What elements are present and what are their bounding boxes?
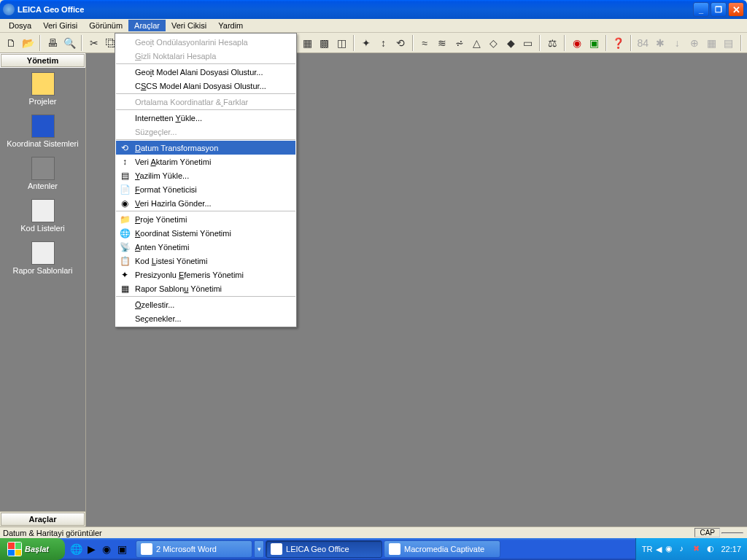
tool-icon[interactable]: ≋: [434, 35, 450, 51]
tool-icon[interactable]: △: [468, 35, 484, 51]
menu-item-icon: ⟲: [119, 142, 131, 154]
sidebar-header[interactable]: Yönetim: [1, 54, 85, 67]
menu-görünüm[interactable]: Görünüm: [83, 20, 128, 31]
tool-icon[interactable]: ✱: [652, 35, 668, 51]
sidebar-item-2[interactable]: Antenler: [0, 157, 85, 190]
tool-icon[interactable]: ▩: [317, 35, 333, 51]
media-icon[interactable]: ▶: [85, 542, 98, 556]
ie-icon[interactable]: 🌐: [69, 542, 82, 556]
tool-icon[interactable]: ⩫: [452, 35, 468, 51]
menu-item: Geoit Ondülasyonlarini Hesapla: [116, 35, 295, 49]
statusbar: Datum & Haritayi görüntüler CAP: [0, 526, 747, 538]
menu-item-label: Koordinat Sistemi Yönetimi: [135, 229, 231, 238]
tool-icon[interactable]: ⊕: [686, 35, 703, 51]
task-dropdown[interactable]: ▾: [254, 540, 264, 558]
sidebar-item-4[interactable]: Rapor Sablonlari: [0, 241, 85, 275]
sidebar-footer[interactable]: Araçlar: [1, 513, 85, 526]
maximize-button[interactable]: ❐: [711, 2, 727, 17]
sidebar-item-0[interactable]: Projeler: [0, 72, 85, 106]
menu-item[interactable]: ▦Rapor Sablonu Yönetimi: [116, 281, 295, 295]
menu-item[interactable]: CSCS Model Alani Dosyasi Olustur...: [116, 79, 295, 93]
tray-icon[interactable]: ◀: [656, 545, 662, 554]
minimize-button[interactable]: _: [693, 2, 709, 17]
new-icon[interactable]: 🗋: [3, 35, 19, 51]
menu-item[interactable]: Seçenekler...: [116, 311, 295, 325]
menu-item-label: CSCS Model Alani Dosyasi Olustur...: [135, 82, 266, 90]
menu-item-icon: 📡: [119, 241, 131, 253]
taskbar-task[interactable]: 2 Microsoft Word: [136, 540, 252, 558]
menu-item-label: Veri Hazirla Gönder...: [135, 199, 212, 208]
menu-item[interactable]: ✦Presizyonlu Efemeris Yönetimi: [116, 268, 295, 281]
tool-icon[interactable]: ▤: [721, 35, 737, 51]
tray-icon[interactable]: ♪: [679, 544, 689, 554]
status-cell: [721, 532, 743, 534]
lang-indicator[interactable]: TR: [642, 545, 653, 553]
taskbar: Başlat 🌐 ▶ ◉ ▣ 2 Microsoft Word▾LEICA Ge…: [0, 538, 747, 560]
tool-icon[interactable]: ⟲: [392, 35, 409, 51]
sidebar-icon: [31, 72, 55, 96]
tool-icon[interactable]: ▣: [586, 35, 602, 51]
menu-item-label: Ortalama Koordinatlar & Farklar: [135, 98, 248, 106]
menu-item-label: Gizli Noktalari Hesapla: [135, 52, 216, 61]
menu-araçlar[interactable]: Araçlar: [128, 20, 166, 31]
menu-item[interactable]: Internetten Yükle...: [116, 111, 295, 125]
menu-item[interactable]: Özellestir...: [116, 298, 295, 311]
menu-item-label: Anten Yönetimi: [135, 243, 189, 252]
menu-item-label: Özellestir...: [135, 300, 174, 309]
menu-item[interactable]: 📄Format Yöneticisi: [116, 182, 295, 196]
tool-icon[interactable]: ▦: [704, 35, 720, 51]
menu-item[interactable]: ↕Veri Aktarim Yönetimi: [116, 155, 295, 168]
task-label: 2 Microsoft Word: [156, 545, 217, 553]
open-icon[interactable]: 📂: [20, 35, 36, 51]
close-button[interactable]: ✕: [728, 2, 744, 17]
taskbar-task[interactable]: Macromedia Captivate: [384, 540, 500, 558]
tool-icon[interactable]: ◇: [486, 35, 502, 51]
tray-icon[interactable]: ◉: [665, 544, 676, 554]
start-button[interactable]: Başlat: [0, 538, 65, 560]
menu-item[interactable]: 📋Kod Listesi Yönetimi: [116, 254, 295, 268]
menu-item-label: Datum Transformasyon: [135, 144, 218, 152]
tray-icon[interactable]: ◐: [707, 544, 717, 554]
tool-icon[interactable]: ◉: [569, 35, 585, 51]
tool-icon[interactable]: ≈: [417, 35, 433, 51]
menu-dosya[interactable]: Dosya: [3, 20, 37, 31]
tool-icon[interactable]: ◆: [503, 35, 519, 51]
app-icon[interactable]: ◉: [100, 542, 113, 556]
menu-veri girisi[interactable]: Veri Girisi: [37, 20, 83, 31]
task-label: Macromedia Captivate: [404, 545, 484, 553]
sidebar-item-1[interactable]: Koordinat Sistemleri: [0, 114, 85, 148]
tool-icon[interactable]: ↓: [670, 35, 686, 51]
menu-item[interactable]: 🌐Koordinat Sistemi Yönetimi: [116, 226, 295, 240]
tool-icon[interactable]: ⚖: [544, 35, 560, 51]
taskbar-task[interactable]: LEICA Geo Office: [266, 540, 382, 558]
menu-item[interactable]: 📁Proje Yönetimi: [116, 212, 295, 226]
menu-item[interactable]: ◉Veri Hazirla Gönder...: [116, 196, 295, 210]
menu-item-icon: [119, 313, 131, 324]
tray-icon[interactable]: ✖: [693, 544, 703, 554]
preview-icon[interactable]: 🔍: [62, 35, 78, 51]
tool-icon[interactable]: ▭: [520, 35, 536, 51]
menu-item-icon: ◉: [119, 198, 131, 209]
print-icon[interactable]: 🖶: [44, 35, 61, 51]
tool-icon[interactable]: ▦: [300, 35, 316, 51]
menu-item-label: Rapor Sablonu Yönetimi: [135, 284, 222, 293]
menu-item-label: Geoit Model Alani Dosyasi Olustur...: [135, 68, 263, 77]
tool-icon[interactable]: ↕: [376, 35, 392, 51]
tool-icon[interactable]: ◫: [334, 35, 350, 51]
clock[interactable]: 22:17: [721, 545, 741, 553]
tool-icon[interactable]: 84: [635, 35, 651, 51]
menu-veri cikisi[interactable]: Veri Cikisi: [166, 20, 212, 31]
sidebar-item-3[interactable]: Kod Listeleri: [0, 199, 85, 233]
menu-item[interactable]: ⟲Datum Transformasyon: [116, 141, 295, 155]
tool-icon[interactable]: ✦: [358, 35, 374, 51]
menu-item[interactable]: Geoit Model Alani Dosyasi Olustur...: [116, 65, 295, 79]
help-icon[interactable]: ❓: [611, 35, 627, 51]
menu-yardim[interactable]: Yardim: [212, 20, 249, 31]
cut-icon[interactable]: ✂: [86, 35, 102, 51]
menu-item[interactable]: ▤Yazilim Yükle...: [116, 168, 295, 182]
sidebar: Yönetim ProjelerKoordinat SistemleriAnte…: [0, 53, 86, 526]
menubar: DosyaVeri GirisiGörünümAraçlarVeri Cikis…: [0, 19, 747, 33]
app-icon[interactable]: ▣: [115, 542, 128, 556]
menu-item-icon: 📋: [119, 255, 131, 267]
menu-item[interactable]: 📡Anten Yönetimi: [116, 240, 295, 254]
